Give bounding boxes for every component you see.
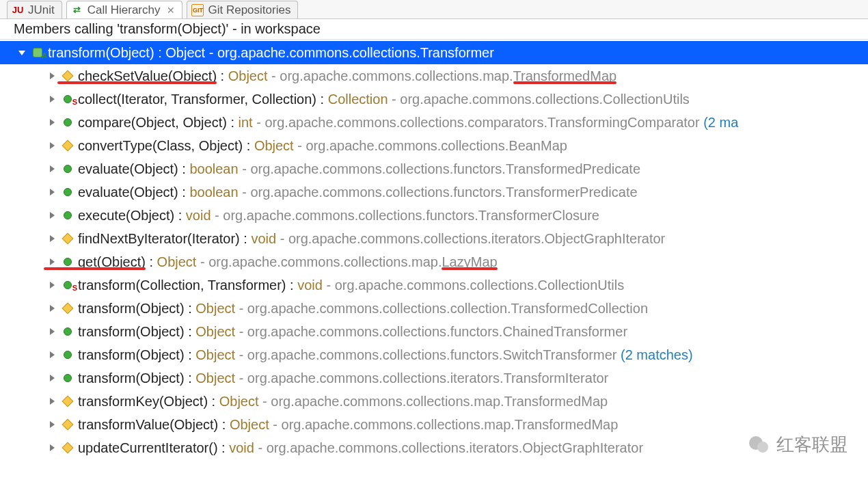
chevron-right-icon[interactable] [46,442,57,453]
tree-item-label: transform(Object) : Object - org.apache.… [78,297,648,320]
tab-junit[interactable]: JU JUnit [7,1,62,18]
method-icon [62,186,74,198]
method-icon [62,70,74,82]
chevron-right-icon[interactable] [46,396,57,407]
subheader-text: Members calling 'transform(Object)' - in… [14,21,321,37]
svg-marker-15 [50,398,55,405]
svg-marker-7 [50,212,55,219]
svg-marker-2 [50,96,55,103]
method-icon [62,372,74,384]
wechat-icon [746,432,771,457]
method-icon [62,325,74,338]
interface-method-icon: A [31,46,44,59]
chevron-right-icon[interactable] [46,373,57,384]
tree-item[interactable]: transformKey(Object) : Object - org.apac… [0,390,868,413]
close-icon[interactable]: ✕ [167,5,175,16]
tree-item-label: findNextByIterator(Iterator) : void - or… [78,227,665,250]
tree-item-label: updateCurrentIterator() : void - org.apa… [78,436,643,459]
chevron-right-icon[interactable] [46,210,57,221]
tab-label: JUnit [28,3,55,17]
tree-item[interactable]: transform(Object) : Object - org.apache.… [0,366,868,390]
chevron-right-icon[interactable] [46,187,57,198]
tree-item[interactable]: transform(Object) : Object - org.apache.… [0,320,868,343]
git-icon: GIT [191,4,204,16]
tree-item[interactable]: compare(Object, Object) : int - org.apac… [0,111,868,134]
svg-marker-3 [50,119,55,126]
method-icon [62,163,74,175]
tree-item-label: compare(Object, Object) : int - org.apac… [78,111,738,134]
chevron-right-icon[interactable] [46,233,57,244]
tree-item-label: transform(Object) : Object - org.apache.… [78,366,608,390]
method-icon [62,418,74,431]
svg-marker-12 [50,328,55,335]
tree-item-label: transform(Object) : Object - org.apache.… [78,320,627,343]
chevron-right-icon[interactable] [46,70,57,81]
svg-point-19 [757,442,768,453]
annotation-underline [513,81,617,84]
method-icon [62,349,74,361]
svg-marker-13 [50,351,55,358]
tree-item[interactable]: evaluate(Object) : boolean - org.apache.… [0,180,868,204]
annotation-underline [44,267,146,270]
chevron-right-icon[interactable] [46,349,57,360]
method-icon: S [62,279,74,291]
tab-call-hierarchy[interactable]: ⇄ Call Hierarchy ✕ [66,1,183,18]
svg-marker-17 [50,444,55,451]
chevron-right-icon[interactable] [46,117,57,128]
tab-bar: JU JUnit ⇄ Call Hierarchy ✕ GIT Git Repo… [0,0,868,19]
method-icon [62,116,74,129]
tree-item-label: transformValue(Object) : Object - org.ap… [78,413,618,436]
method-icon [62,302,74,314]
method-icon [62,442,74,454]
tree-item-label: transform(Object) : Object - org.apache.… [48,41,494,64]
call-hierarchy-icon: ⇄ [71,4,83,16]
chevron-right-icon[interactable] [46,256,57,267]
watermark: 红客联盟 [746,432,847,457]
tree-item-label: transform(Collection, Transformer) : voi… [78,273,624,297]
tree-root[interactable]: A transform(Object) : Object - org.apach… [0,41,868,64]
tree-item[interactable]: convertType(Class, Object) : Object - or… [0,134,868,157]
tree-item-label: execute(Object) : void - org.apache.comm… [78,204,599,227]
tree-item[interactable]: updateCurrentIterator() : void - org.apa… [0,436,868,459]
tree-item[interactable]: S transform(Collection, Transformer) : v… [0,273,868,297]
tree-item[interactable]: checkSetValue(Object) : Object - org.apa… [0,64,868,88]
tree-item-label: transformKey(Object) : Object - org.apac… [78,390,608,413]
svg-marker-11 [50,305,55,312]
tab-label: Call Hierarchy [87,3,161,17]
tree-item-label: evaluate(Object) : boolean - org.apache.… [78,180,638,204]
chevron-right-icon[interactable] [46,280,57,291]
tree-item[interactable]: transform(Object) : Object - org.apache.… [0,297,868,320]
subheader: Members calling 'transform(Object)' - in… [0,19,868,40]
annotation-underline [442,267,497,270]
tree-item[interactable]: transform(Object) : Object - org.apache.… [0,343,868,366]
chevron-right-icon[interactable] [46,140,57,151]
tree-item-label: evaluate(Object) : boolean - org.apache.… [78,157,640,180]
chevron-down-icon[interactable] [16,47,27,58]
junit-icon: JU [12,4,24,16]
chevron-right-icon[interactable] [46,326,57,337]
tree-item[interactable]: evaluate(Object) : boolean - org.apache.… [0,157,868,180]
tab-label: Git Repositories [208,3,290,17]
tree-item[interactable]: findNextByIterator(Iterator) : void - or… [0,227,868,250]
method-icon [62,256,74,268]
annotation-underline [57,81,217,84]
tree-item-label: transform(Object) : Object - org.apache.… [78,343,693,366]
svg-marker-0 [18,51,25,55]
chevron-right-icon[interactable] [46,163,57,174]
svg-marker-10 [50,282,55,288]
tree-item-label: convertType(Class, Object) : Object - or… [78,134,567,157]
chevron-right-icon[interactable] [46,303,57,314]
svg-marker-5 [50,165,55,172]
tree-item[interactable]: transformValue(Object) : Object - org.ap… [0,413,868,436]
method-icon [62,209,74,221]
method-icon: S [62,93,74,105]
tree-item[interactable]: execute(Object) : void - org.apache.comm… [0,204,868,227]
chevron-right-icon[interactable] [46,94,57,105]
tree-item[interactable]: S collect(Iterator, Transformer, Collect… [0,88,868,111]
method-icon [62,395,74,407]
tree-item[interactable]: get(Object) : Object - org.apache.common… [0,250,868,273]
tab-git-repositories[interactable]: GIT Git Repositories [187,1,298,18]
chevron-right-icon[interactable] [46,419,57,430]
call-hierarchy-tree[interactable]: A transform(Object) : Object - org.apach… [0,40,868,459]
svg-marker-14 [50,375,55,381]
